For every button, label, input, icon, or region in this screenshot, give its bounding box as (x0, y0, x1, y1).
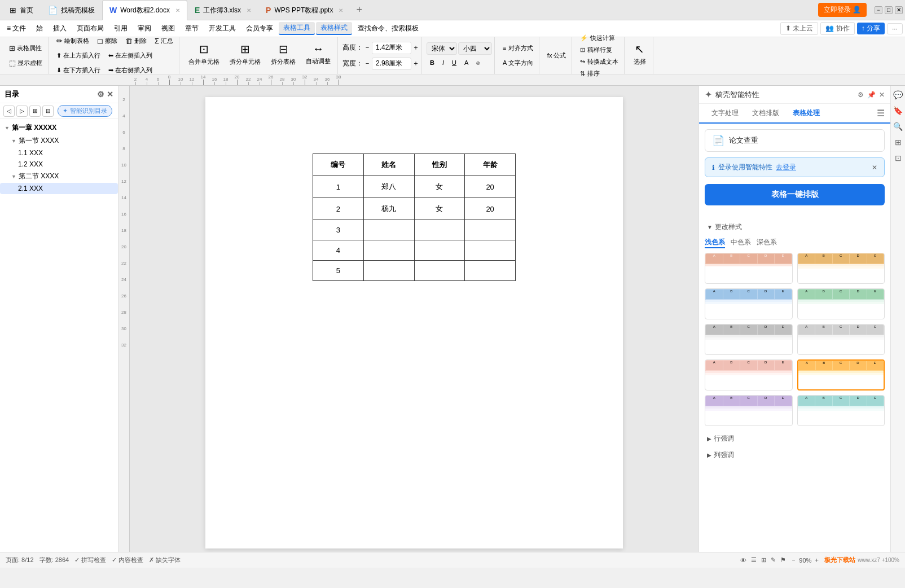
font-size-select[interactable]: 小四 (458, 42, 492, 55)
content-check[interactable]: ✓ 内容检查 (112, 556, 143, 564)
menu-table-tools[interactable]: 表格工具 (279, 22, 315, 35)
sidebar-collapse-all[interactable]: ⊟ (42, 106, 54, 117)
search-icon[interactable]: 🔍 (893, 122, 903, 131)
align-button[interactable]: ≡ 对齐方式 (499, 42, 537, 55)
height-input[interactable] (372, 42, 411, 54)
sidebar-expand-all[interactable]: ⊞ (29, 106, 41, 117)
go-login-link[interactable]: 去登录 (776, 163, 796, 172)
insert-row-above-button[interactable]: ⬆ 在上方插入行 (53, 49, 104, 63)
show-virtual-frame-button[interactable]: ⬚显示虚框 (6, 56, 46, 70)
thumbnail-icon[interactable]: ⊞ (895, 138, 902, 147)
more-menu-button[interactable]: ··· (887, 23, 903, 34)
menu-layout[interactable]: 页面布局 (72, 23, 108, 34)
login-now-button[interactable]: 立即登录 👤 (818, 3, 867, 17)
cat-dark[interactable]: 深色系 (757, 238, 777, 248)
font-color-button[interactable]: A (461, 56, 472, 69)
italic-button[interactable]: I (439, 56, 447, 69)
row-enhance-header[interactable]: ▶ 行强调 (705, 431, 885, 447)
grid-icon[interactable]: ⊞ (761, 556, 766, 564)
formula-button[interactable]: fx 公式 (544, 49, 570, 63)
change-style-header[interactable]: ▼ 更改样式 (705, 219, 885, 235)
menu-dev[interactable]: 开发工具 (204, 23, 240, 34)
plus-width-button[interactable]: ＋ (412, 59, 419, 68)
merge-cells-button[interactable]: ⊡合并单元格 (184, 40, 224, 72)
document-page[interactable]: 编号 姓名 性别 年龄 1 郑八 女 20 2 杨九 (205, 97, 623, 548)
style-card-4[interactable]: A B C D E (797, 288, 885, 319)
style-card-2[interactable]: A B C D E (797, 253, 885, 284)
cat-light[interactable]: 浅色系 (705, 238, 725, 248)
style-card-9[interactable]: A B C D E (705, 395, 793, 426)
toc-item-21[interactable]: 2.1 XXX (0, 183, 118, 194)
menu-ref[interactable]: 引用 (109, 23, 132, 34)
zoom-in-icon[interactable]: ＋ (814, 556, 820, 564)
pin-icon[interactable]: 📌 (867, 91, 876, 99)
table-cell[interactable]: 女 (414, 198, 465, 220)
bookmark-icon[interactable]: 🔖 (893, 106, 903, 115)
minimize-button[interactable]: － (875, 6, 882, 14)
col-enhance-header[interactable]: ▶ 列强调 (705, 447, 885, 463)
plus-height-button[interactable]: ＋ (412, 43, 419, 52)
toc-chapter1[interactable]: ▼ 第一章 XXXXX (0, 121, 118, 134)
tab-ppt-close[interactable]: ✕ (339, 7, 343, 14)
flag-icon[interactable]: ⚑ (780, 556, 786, 564)
table-properties-button[interactable]: ⊞表格属性 (6, 42, 45, 55)
sort-button[interactable]: ⇅ 排序 (577, 68, 621, 79)
sidebar-settings-icon[interactable]: ⚙ (97, 90, 104, 99)
document-table[interactable]: 编号 姓名 性别 年龄 1 郑八 女 20 2 杨九 (313, 153, 516, 281)
share-button[interactable]: ↑ 分享 (857, 23, 885, 34)
tab-excel-close[interactable]: ✕ (247, 7, 251, 14)
edit-icon[interactable]: ✎ (771, 556, 776, 564)
convert-text-button[interactable]: ↬ 转换成文本 (577, 56, 621, 67)
menu-file[interactable]: ≡ 文件 (2, 23, 30, 34)
tab-excel[interactable]: E 工作簿3.xlsx ✕ (187, 0, 258, 20)
table-cell[interactable] (363, 220, 414, 240)
smart-toc-button[interactable]: ✦ 智能识别目录 (58, 105, 112, 117)
comment-icon[interactable]: 💬 (893, 90, 903, 99)
summary-button[interactable]: Σ汇总 (151, 34, 177, 48)
new-tab-button[interactable]: + (350, 4, 368, 16)
text-direction-button[interactable]: A 文字方向 (499, 56, 537, 70)
tab-word[interactable]: W Word教程2.docx ✕ (102, 0, 187, 20)
table-cell[interactable]: 2 (313, 198, 364, 220)
typeset-button[interactable]: ⊡ 稿样行复 (577, 45, 621, 55)
menu-chapter[interactable]: 章节 (181, 23, 203, 34)
table-cell[interactable]: 杨九 (363, 198, 414, 220)
restore-button[interactable]: □ (885, 6, 893, 14)
layout-icon[interactable]: ☰ (751, 556, 757, 564)
table-cell[interactable] (414, 220, 465, 240)
bold-button[interactable]: B (427, 56, 438, 69)
font-select[interactable]: 宋体 (427, 42, 457, 55)
missing-font[interactable]: ✗ 缺失字体 (149, 556, 181, 564)
toc-section11[interactable]: ▼ 第一节 XXXX (0, 134, 118, 147)
sidebar-nav-back[interactable]: ◁ (3, 106, 15, 117)
table-cell[interactable] (465, 240, 516, 261)
highlight-button[interactable]: ⍟ (473, 56, 484, 69)
menu-vip[interactable]: 会员专享 (241, 23, 278, 34)
width-input[interactable] (372, 58, 411, 70)
zoom-control[interactable]: － 90% ＋ (790, 556, 820, 564)
style-card-8[interactable]: A B C D E (797, 359, 885, 390)
style-card-3[interactable]: A B C D E (705, 288, 793, 319)
one-click-format-button[interactable]: 表格一键排版 (705, 184, 885, 205)
document-area[interactable]: 编号 姓名 性别 年龄 1 郑八 女 20 2 杨九 (130, 86, 698, 552)
toc-item-11[interactable]: 1.1 XXX (0, 147, 118, 159)
tab-home[interactable]: ⊞ 首页 (2, 0, 41, 20)
table-icon-strip[interactable]: ⊡ (895, 153, 902, 163)
sidebar-nav-forward[interactable]: ▷ (16, 106, 28, 117)
table-cell[interactable]: 4 (313, 240, 364, 261)
table-cell[interactable]: 3 (313, 220, 364, 240)
tab-text-processing[interactable]: 文字处理 (705, 104, 745, 124)
underline-button[interactable]: U (449, 56, 460, 69)
auto-fit-button[interactable]: ↔自动调整 (301, 40, 335, 72)
delete-button[interactable]: 🗑删除 (122, 34, 150, 48)
tab-template[interactable]: 📄 找稿壳模板 (41, 0, 102, 20)
style-card-5[interactable]: A B C D E (705, 324, 793, 355)
table-cell[interactable] (465, 220, 516, 240)
split-cells-button[interactable]: ⊞拆分单元格 (225, 40, 265, 72)
toc-section12[interactable]: ▼ 第二节 XXXX (0, 170, 118, 183)
style-card-6[interactable]: A B C D E (797, 324, 885, 355)
table-cell[interactable]: 20 (465, 176, 516, 198)
style-card-7[interactable]: A B C D E (705, 359, 793, 390)
table-cell[interactable]: 20 (465, 198, 516, 220)
cat-mid[interactable]: 中色系 (731, 238, 751, 248)
